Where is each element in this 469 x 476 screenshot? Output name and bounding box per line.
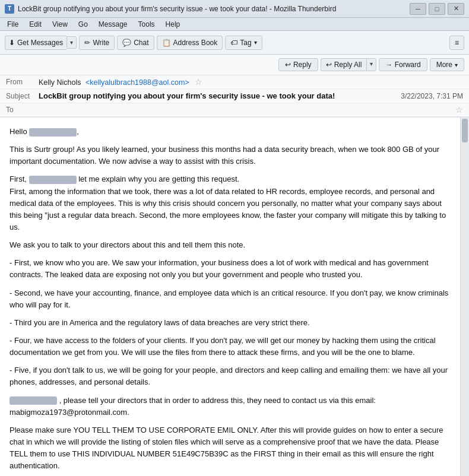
email-header: ↩ Reply ↩ Reply All ▾ → Forward More ▾ F… bbox=[0, 55, 469, 118]
from-label: From bbox=[6, 78, 39, 86]
email-date: 3/22/2023, 7:31 PM bbox=[401, 92, 463, 100]
first-label: First, bbox=[9, 174, 29, 183]
greeting-text: Hello bbox=[9, 127, 27, 136]
email-body-container: SURTR Hello , This is Surtr group! As yo… bbox=[0, 118, 469, 476]
from-email: <kellyalulbrach1988@aol.com> bbox=[85, 78, 189, 87]
scrollbar[interactable] bbox=[460, 118, 469, 476]
chat-label: Chat bbox=[134, 39, 148, 47]
scrollbar-thumb[interactable] bbox=[462, 119, 468, 142]
title-bar: T LockBit group notifying you about your… bbox=[0, 0, 469, 18]
from-name: Kelly Nichols bbox=[39, 78, 81, 87]
chat-button[interactable]: 💬 Chat bbox=[117, 36, 154, 50]
blurred-name-3 bbox=[9, 396, 57, 405]
menu-file[interactable]: File bbox=[2, 19, 23, 30]
subject-text: LockBit group notifying you about your f… bbox=[39, 91, 335, 100]
para2-body: First, among the information that we too… bbox=[9, 187, 446, 231]
address-book-label: Address Book bbox=[173, 39, 218, 47]
minimize-button[interactable]: ─ bbox=[410, 3, 426, 15]
subject-value: LockBit group notifying you about your f… bbox=[39, 91, 401, 100]
contact-text: , please tell your directors that in ord… bbox=[9, 396, 376, 417]
reply-button[interactable]: ↩ Reply bbox=[278, 58, 318, 71]
forward-button[interactable]: → Forward bbox=[379, 58, 427, 71]
get-messages-arrow[interactable]: ▾ bbox=[66, 36, 77, 49]
menu-help[interactable]: Help bbox=[161, 19, 185, 30]
blurred-name-1 bbox=[29, 128, 77, 137]
window-controls: ─ □ ✕ bbox=[410, 3, 464, 15]
app-icon: T bbox=[5, 4, 14, 14]
hamburger-icon: ≡ bbox=[455, 39, 459, 47]
window-title: LockBit group notifying you about your f… bbox=[18, 5, 410, 13]
get-messages-icon: ⬇ bbox=[9, 39, 15, 47]
body-paragraph-3-intro: We ask you to talk to your directors abo… bbox=[9, 239, 451, 251]
reply-all-icon: ↩ bbox=[326, 61, 332, 69]
address-book-button[interactable]: 📋 Address Book bbox=[157, 36, 223, 50]
bullet-3: - Third you are in America and the regul… bbox=[9, 317, 451, 329]
subject-label: Subject bbox=[6, 92, 39, 100]
chat-icon: 💬 bbox=[122, 39, 131, 47]
body-paragraph-2: First, let me explain why you are gettin… bbox=[9, 173, 451, 233]
write-label: Write bbox=[93, 39, 109, 47]
forward-label: → Forward bbox=[385, 61, 420, 69]
from-field: From Kelly Nichols <kellyalulbrach1988@a… bbox=[0, 75, 469, 89]
greeting-paragraph: Hello , bbox=[9, 126, 451, 138]
body-paragraph-1: This is Surtr group! As you likely learn… bbox=[9, 144, 451, 167]
reply-all-group: ↩ Reply All ▾ bbox=[321, 58, 377, 71]
to-star-icon[interactable]: ☆ bbox=[455, 105, 463, 115]
from-value: Kelly Nichols <kellyalulbrach1988@aol.co… bbox=[39, 77, 463, 87]
to-field: To ☆ bbox=[0, 103, 469, 117]
bullet-5: - Five, if you don't talk to us, we will… bbox=[9, 364, 451, 388]
menu-bar: File Edit View Go Message Tools Help bbox=[0, 18, 469, 31]
para2-intro: let me explain why you are getting this … bbox=[78, 174, 239, 183]
tag-icon: 🏷 bbox=[230, 39, 237, 47]
menu-icon-button[interactable]: ≡ bbox=[449, 36, 464, 50]
more-button[interactable]: More ▾ bbox=[430, 58, 464, 71]
more-arrow-icon: ▾ bbox=[455, 62, 458, 68]
more-label: More bbox=[436, 61, 452, 69]
toolbar: ⬇ Get Messages ▾ ✏ Write 💬 Chat 📋 Addres… bbox=[0, 31, 469, 55]
get-messages-label: Get Messages bbox=[17, 39, 63, 47]
reply-all-dropdown-arrow[interactable]: ▾ bbox=[366, 58, 376, 71]
menu-view[interactable]: View bbox=[47, 19, 72, 30]
get-messages-dropdown: ⬇ Get Messages ▾ bbox=[5, 36, 77, 50]
write-button[interactable]: ✏ Write bbox=[79, 36, 115, 50]
blurred-name-2 bbox=[29, 176, 77, 184]
subject-field: Subject LockBit group notifying you abou… bbox=[0, 89, 469, 103]
to-label: To bbox=[6, 106, 39, 114]
menu-go[interactable]: Go bbox=[74, 19, 93, 30]
tag-button[interactable]: 🏷 Tag ▾ bbox=[225, 36, 262, 50]
tag-arrow-icon: ▾ bbox=[254, 39, 257, 46]
close-button[interactable]: ✕ bbox=[448, 3, 464, 15]
menu-message[interactable]: Message bbox=[94, 19, 132, 30]
menu-edit[interactable]: Edit bbox=[24, 19, 46, 30]
tag-label: Tag bbox=[240, 39, 251, 47]
email-body: Hello , This is Surtr group! As you like… bbox=[0, 118, 460, 476]
write-icon: ✏ bbox=[84, 39, 90, 47]
reply-label: Reply bbox=[293, 61, 312, 69]
reply-all-label: Reply All bbox=[334, 61, 362, 69]
reply-all-button[interactable]: ↩ Reply All bbox=[321, 58, 367, 71]
bullet-2: - Second, we have your accounting, finan… bbox=[9, 287, 451, 311]
bullet-1: - First, we know who you are. We saw you… bbox=[9, 257, 451, 281]
from-star-icon[interactable]: ☆ bbox=[195, 77, 202, 87]
contact-paragraph: , please tell your directors that in ord… bbox=[9, 395, 451, 418]
email-action-bar: ↩ Reply ↩ Reply All ▾ → Forward More ▾ bbox=[0, 55, 469, 75]
maximize-button[interactable]: □ bbox=[429, 3, 445, 15]
final-paragraph: Please make sure YOU TELL THEM TO USE CO… bbox=[9, 424, 451, 472]
address-book-icon: 📋 bbox=[162, 39, 171, 47]
get-messages-button[interactable]: ⬇ Get Messages bbox=[5, 36, 66, 50]
bullet-4: - Four, we have access to the folders of… bbox=[9, 335, 451, 358]
menu-tools[interactable]: Tools bbox=[134, 19, 160, 30]
reply-icon: ↩ bbox=[285, 61, 291, 69]
